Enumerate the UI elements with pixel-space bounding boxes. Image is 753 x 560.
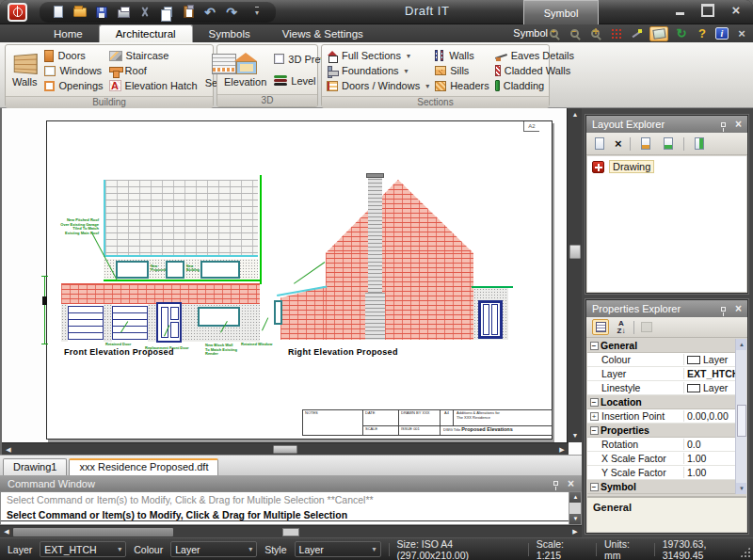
maximize-button[interactable] [700,5,715,16]
close-button[interactable] [729,5,744,16]
vertical-scroll-thumb[interactable] [569,245,581,259]
properties-scrollbar[interactable]: ▲ ▼ [735,339,746,494]
style-combo[interactable]: Layer [295,541,381,557]
sort-alphabetical-icon[interactable]: AZ [613,319,630,335]
horizontal-scroll-thumb[interactable] [282,528,299,536]
command-vertical-scrollbar[interactable]: ▲ ▼ [569,492,581,524]
cladding-button[interactable]: Cladding [495,78,574,93]
minimize-button[interactable] [672,5,687,16]
layout-explorer-titlebar[interactable]: Layout Explorer [586,116,747,133]
canvas-horizontal-scrollbar[interactable]: ◀ ▶ [2,442,569,455]
collapse-icon[interactable] [590,398,599,407]
scroll-up-icon[interactable]: ▲ [569,492,582,503]
collapse-icon[interactable] [590,483,599,491]
pin-icon[interactable] [721,122,726,127]
property-row-layer[interactable]: Layer EXT_HTCH [587,367,746,381]
doors-button[interactable]: Doors [44,48,103,63]
tab-home[interactable]: Home [38,24,99,42]
layout-item-drawing[interactable]: Drawing [592,160,742,173]
info-icon[interactable] [715,27,729,40]
drawing-canvas[interactable]: A2 New Proposed New Building [0,108,582,455]
drawing-sheet[interactable]: A2 New Proposed New Building [46,120,553,440]
elevation-hatch-button[interactable]: AElevation Hatch [109,78,198,93]
headers-button[interactable]: Headers [435,78,489,93]
roof-button[interactable]: Roof [109,63,198,78]
scroll-right-icon[interactable]: ▶ [555,443,569,455]
close-layout-explorer-icon[interactable] [735,119,742,130]
property-row-linestyle[interactable]: Linestyle Layer [587,381,746,395]
colour-combo[interactable]: Layer [170,541,257,557]
new-icon[interactable] [51,5,66,19]
cladded-walls-button[interactable]: Cladded Walls [495,63,574,78]
staircase-button[interactable]: Staircase [109,48,198,63]
measure-icon[interactable] [629,26,644,40]
close-command-window-icon[interactable] [568,478,574,489]
properties-scroll-thumb[interactable] [737,405,746,437]
sills-button[interactable]: Sills [435,63,489,78]
property-row-y-scale[interactable]: Y Scale Factor 1.00 [587,466,746,480]
app-menu-button[interactable] [0,0,34,24]
delete-layout-icon[interactable]: × [615,136,622,151]
close-properties-explorer-icon[interactable] [735,303,742,314]
scroll-up-icon[interactable]: ▲ [568,108,582,121]
doc-tab-drawing1[interactable]: Drawing1 [3,458,67,475]
doors-windows-button[interactable]: Doors / Windows [327,78,429,93]
customize-quick-access-icon[interactable] [249,5,264,19]
canvas-vertical-scrollbar[interactable]: ▲ ▼ [567,108,582,442]
eaves-details-button[interactable]: Eaves Details [495,48,574,63]
horizontal-scroll-thumb[interactable] [273,445,297,454]
new-layout-icon[interactable] [592,136,607,151]
expand-icon[interactable] [590,412,599,421]
tab-architectural[interactable]: Architectural [99,24,193,42]
paste-icon[interactable] [181,5,196,19]
properties-explorer-titlebar[interactable]: Properties Explorer [586,300,747,317]
categorized-icon[interactable] [592,319,609,335]
zoom-out-icon[interactable]: − [567,26,582,40]
scroll-down-icon[interactable]: ▼ [569,514,582,524]
linestyle-swatch[interactable] [687,384,700,392]
category-properties[interactable]: Properties [587,424,746,438]
tab-symbols[interactable]: Symbols [193,24,266,42]
undo-icon[interactable] [202,5,217,19]
zoom-extents-icon[interactable]: ✢ [587,26,602,40]
open-icon[interactable] [72,5,88,19]
help-icon[interactable] [695,26,710,40]
scroll-down-icon[interactable]: ▼ [568,429,582,442]
cut-icon[interactable] [137,5,152,19]
property-row-x-scale[interactable]: X Scale Factor 1.00 [587,452,746,466]
update-layout-icon[interactable] [661,136,676,151]
close-panel-icon[interactable] [734,26,749,40]
print-icon[interactable] [116,5,131,19]
walls-button[interactable]: Walls [10,47,39,94]
scroll-up-icon[interactable]: ▲ [736,339,746,350]
pin-icon[interactable] [553,481,558,486]
doc-tab-residence[interactable]: xxx Residence Proposed.dft [69,458,218,475]
zoom-in-icon[interactable]: + [546,26,561,40]
command-history[interactable]: Select Command or Item(s) to Modify, Cli… [0,491,582,525]
collapse-icon[interactable] [590,426,599,435]
refresh-icon[interactable] [674,26,689,40]
category-symbol[interactable]: Symbol [587,480,746,494]
export-layout-icon[interactable] [638,136,653,151]
command-horizontal-scrollbar[interactable]: ◀ ▶ [0,525,582,537]
pin-icon[interactable] [721,307,726,312]
symbol-tool-active-icon[interactable] [649,26,668,41]
contextual-tab-group[interactable]: Symbol [523,0,599,24]
scroll-left-icon[interactable]: ◀ [0,526,13,537]
section-walls-button[interactable]: Walls [435,48,489,63]
grid-icon[interactable] [608,26,623,40]
colour-swatch[interactable] [687,356,700,364]
scroll-right-icon[interactable]: ▶ [569,526,582,537]
scroll-down-icon[interactable]: ▼ [736,483,746,494]
openings-button[interactable]: Openings [44,78,103,93]
save-icon[interactable] [94,5,109,19]
collapse-icon[interactable] [590,342,599,350]
windows-button[interactable]: Windows [44,63,103,78]
tab-views-settings[interactable]: Views & Settings [266,24,379,42]
scroll-left-icon[interactable]: ◀ [2,443,15,455]
category-general[interactable]: General [587,339,746,353]
layer-combo[interactable]: EXT_HTCH [40,541,126,557]
foundations-button[interactable]: Foundations [327,63,429,78]
import-layout-icon[interactable] [692,136,707,151]
full-sections-button[interactable]: Full Sections [327,48,429,63]
